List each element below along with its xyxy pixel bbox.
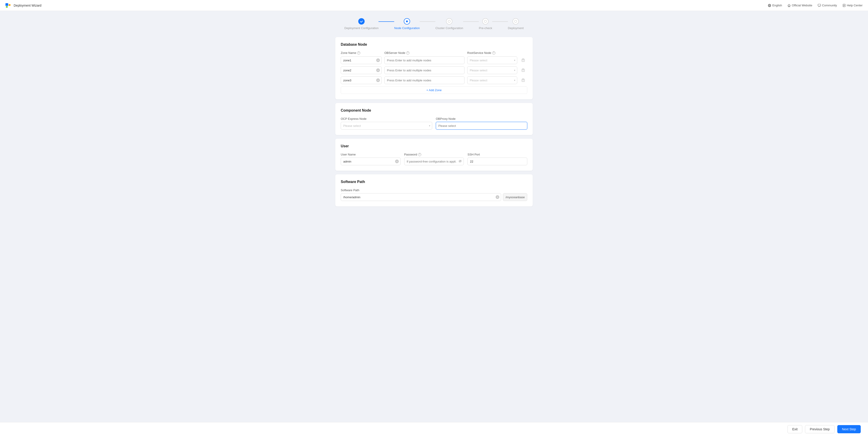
ocp-express-select-wrap: Please select ▾ xyxy=(341,122,432,130)
chat-icon xyxy=(818,4,821,7)
trash-icon-2 xyxy=(521,68,525,72)
zone3-name-input-wrap: ✕ xyxy=(341,76,382,84)
exit-button[interactable]: Exit xyxy=(787,425,802,433)
nav-official-website[interactable]: Official Website xyxy=(787,4,812,7)
password-help-icon[interactable]: ? xyxy=(418,153,421,156)
software-path-label: Software Path xyxy=(341,189,527,192)
step-circle-2 xyxy=(404,18,410,25)
zone1-delete-button[interactable] xyxy=(520,57,526,63)
logo: Deployment Wizard xyxy=(5,3,41,8)
step-circle-5 xyxy=(513,18,519,25)
trash-icon xyxy=(521,59,525,62)
step-connector-1 xyxy=(378,21,394,22)
svg-point-3 xyxy=(768,4,771,7)
zone2-name-input-wrap: ✕ xyxy=(341,66,382,74)
add-zone-button[interactable]: + Add Zone xyxy=(341,87,527,94)
svg-rect-2 xyxy=(6,6,8,7)
software-path-input-wrap: ✕ xyxy=(341,193,501,201)
software-path-group: Software Path ✕ /myoceanbase xyxy=(341,189,527,201)
zone1-clear-icon[interactable]: ✕ xyxy=(376,59,380,62)
zone2-name-input[interactable] xyxy=(341,66,382,74)
step-label-4: Pre-check xyxy=(479,26,492,30)
component-grid: OCP Express Node Please select ▾ OBProxy… xyxy=(341,117,527,130)
ssh-port-input[interactable] xyxy=(467,158,527,165)
zone2-rootservice-select-wrap: Please select ▾ xyxy=(467,66,517,74)
footer: Exit Previous Step Next Step xyxy=(0,422,868,436)
step-connector-2 xyxy=(420,21,435,22)
next-step-button[interactable]: Next Step xyxy=(837,425,861,433)
username-clear-icon[interactable]: ✕ xyxy=(395,160,399,163)
software-path-suffix: /myoceanbase xyxy=(503,193,527,201)
rootservice-node-help[interactable]: ? xyxy=(492,52,495,55)
step-cluster-config: Cluster Configuration xyxy=(435,18,463,30)
svg-point-15 xyxy=(515,20,517,23)
nav-community-label: Community xyxy=(822,4,837,7)
zone1-name-input[interactable] xyxy=(341,56,382,64)
step-deployment-config: Deployment Configuration xyxy=(344,18,378,30)
eye-slash-icon[interactable] xyxy=(458,159,462,164)
ocp-express-select[interactable]: Please select xyxy=(341,122,432,130)
password-input[interactable] xyxy=(404,158,464,165)
rootservice-node-header: RootService Node ? xyxy=(467,51,517,55)
zone3-rootservice-select[interactable]: Please select xyxy=(467,76,517,84)
step-label-5: Deployment xyxy=(508,26,524,30)
software-path-row: ✕ /myoceanbase xyxy=(341,193,527,201)
observer-node-header: OBServer Node ? xyxy=(384,51,464,55)
password-group: Password ? xyxy=(404,153,464,165)
obproxy-label: OBProxy Node xyxy=(436,117,527,121)
svg-point-14 xyxy=(484,20,487,23)
username-label: User Name xyxy=(341,153,401,156)
step-deployment: Deployment xyxy=(508,18,524,30)
username-input-wrap: ✕ xyxy=(341,158,401,165)
svg-rect-7 xyxy=(818,4,821,6)
software-path-title: Software Path xyxy=(341,180,527,184)
zone3-clear-icon[interactable]: ✕ xyxy=(376,78,380,82)
header-nav: English Official Website Community Help … xyxy=(768,4,863,7)
database-node-card: Database Node Zone Name ? OBServer Node … xyxy=(335,37,533,99)
zone3-row: ✕ Please select ▾ xyxy=(341,76,527,84)
component-node-title: Component Node xyxy=(341,108,527,112)
app-title: Deployment Wizard xyxy=(14,4,41,7)
obproxy-input[interactable] xyxy=(436,122,527,130)
password-input-wrap xyxy=(404,158,464,165)
zone3-rootservice-select-wrap: Please select ▾ xyxy=(467,76,517,84)
globe-icon xyxy=(768,4,771,7)
step-label-1: Deployment Configuration xyxy=(344,26,378,30)
step-label-3: Cluster Configuration xyxy=(435,26,463,30)
svg-point-13 xyxy=(448,20,451,23)
step-circle-4 xyxy=(482,18,489,25)
nav-official-website-label: Official Website xyxy=(792,4,812,7)
zone3-observer-input[interactable] xyxy=(384,76,464,84)
step-connector-4 xyxy=(492,21,508,22)
user-card: User User Name ✕ Password ? xyxy=(335,139,533,171)
software-path-input[interactable] xyxy=(341,193,501,201)
zone1-rootservice-select[interactable]: Please select xyxy=(467,56,517,64)
zone2-clear-icon[interactable]: ✕ xyxy=(376,68,380,72)
zone2-row: ✕ Please select ▾ xyxy=(341,66,527,74)
zone2-delete-button[interactable] xyxy=(520,67,526,73)
nav-community[interactable]: Community xyxy=(818,4,837,7)
ssh-port-group: SSH Port xyxy=(467,153,527,165)
zone3-name-input[interactable] xyxy=(341,76,382,84)
zone2-observer-input[interactable] xyxy=(384,66,464,74)
nav-english[interactable]: English xyxy=(768,4,782,7)
zone1-observer-input[interactable] xyxy=(384,56,464,64)
nav-english-label: English xyxy=(772,4,782,7)
nav-help-center[interactable]: Help Center xyxy=(842,4,863,7)
step-connector-3 xyxy=(463,21,479,22)
database-node-title: Database Node xyxy=(341,42,527,46)
zone-name-help[interactable]: ? xyxy=(357,52,360,55)
zone2-rootservice-select[interactable]: Please select xyxy=(467,66,517,74)
svg-rect-22 xyxy=(522,69,525,72)
zone3-delete-button[interactable] xyxy=(520,77,526,83)
svg-rect-16 xyxy=(522,59,525,62)
zone-name-header: Zone Name ? xyxy=(341,51,382,55)
user-grid: User Name ✕ Password ? xyxy=(341,153,527,165)
logo-icon xyxy=(5,3,12,8)
username-input[interactable] xyxy=(341,158,401,165)
db-node-headers: Zone Name ? OBServer Node ? RootService … xyxy=(341,51,527,55)
component-node-card: Component Node OCP Express Node Please s… xyxy=(335,103,533,135)
previous-step-button[interactable]: Previous Step xyxy=(805,425,834,433)
observer-node-help[interactable]: ? xyxy=(406,52,409,55)
user-title: User xyxy=(341,144,527,148)
